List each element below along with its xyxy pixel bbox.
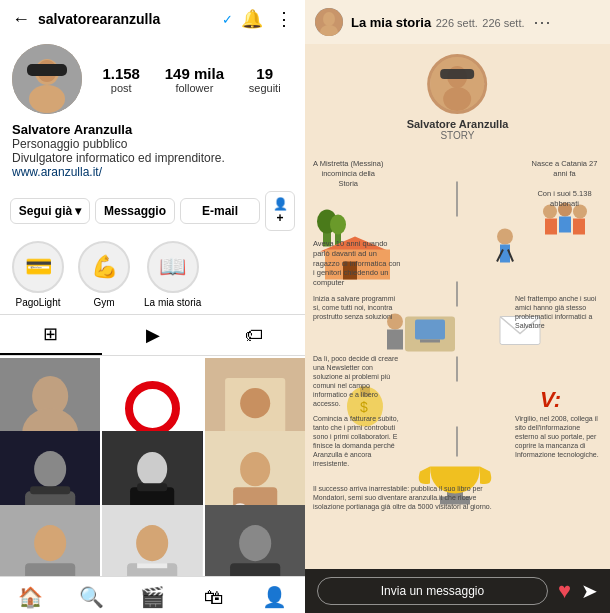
svg-point-38 [444, 87, 472, 111]
message-button[interactable]: Messaggio [95, 198, 175, 224]
left-panel: ← salvatorearanzulla ✓ 🔔 ⋮ 1.158 p [0, 0, 305, 613]
svg-point-24 [34, 525, 66, 561]
story-time-label: 226 sett. [482, 17, 524, 29]
svg-rect-39 [441, 69, 475, 79]
follow-button[interactable]: Segui già ▾ [10, 198, 90, 224]
svg-rect-55 [559, 217, 571, 233]
notification-icon[interactable]: 🔔 [241, 8, 263, 30]
person-avatar [428, 54, 488, 114]
highlight-label-pagolight: PagoLight [15, 297, 60, 308]
svg-rect-56 [573, 219, 585, 235]
bio-link[interactable]: www.aranzulla.it/ [12, 165, 293, 179]
svg-rect-4 [27, 64, 67, 76]
svg-rect-25 [25, 563, 75, 576]
more-icon[interactable]: ⋮ [275, 8, 293, 30]
nav-home[interactable]: 🏠 [0, 585, 61, 609]
story-more-icon[interactable]: ⋯ [533, 11, 551, 33]
bio-section: Salvatore Aranzulla Personaggio pubblico… [0, 122, 305, 187]
svg-rect-48 [500, 245, 510, 263]
person-add-button[interactable]: 👤+ [265, 191, 295, 231]
seguiti-label: seguiti [249, 82, 281, 94]
story-block-10: Virgilio, nel 2008, collega il sito dell… [515, 414, 605, 459]
svg-point-47 [497, 229, 513, 245]
svg-point-43 [330, 215, 346, 235]
svg-line-50 [508, 250, 513, 262]
svg-point-2 [29, 85, 65, 113]
bio-tag: Personaggio pubblico [12, 137, 293, 151]
svg-point-27 [136, 525, 168, 561]
nav-profile[interactable]: 👤 [244, 585, 305, 609]
nav-shop[interactable]: 🛍 [183, 585, 244, 609]
seguiti-value: 19 [256, 65, 273, 82]
story-infographic: Salvatore Aranzulla STORY [305, 44, 610, 569]
svg-point-20 [240, 452, 270, 486]
stat-post[interactable]: 1.158 post [102, 65, 140, 94]
red-circle [125, 381, 180, 436]
highlight-circle-storia: 📖 [147, 241, 199, 293]
story-avatar [315, 8, 343, 36]
svg-rect-14 [30, 487, 70, 495]
header-icons: 🔔 ⋮ [241, 8, 293, 30]
person-name: Salvatore Aranzulla [407, 118, 509, 130]
email-button[interactable]: E-mail [180, 198, 260, 224]
back-button[interactable]: ← [12, 9, 30, 30]
post-value: 1.158 [102, 65, 140, 82]
person-subtitle: STORY [407, 130, 509, 141]
svg-rect-58 [415, 320, 445, 340]
svg-point-34 [323, 12, 335, 26]
story-block-1: A Mistretta (Messina)incomincia dellaSto… [313, 159, 383, 188]
story-block-3: Con i suoi 5.138 abbonati [527, 189, 602, 209]
highlight-circle-gym: 💪 [78, 241, 130, 293]
story-person: Salvatore Aranzulla STORY [407, 54, 509, 141]
svg-point-31 [239, 525, 271, 561]
svg-point-41 [317, 210, 337, 234]
svg-point-16 [137, 452, 167, 486]
svg-rect-18 [137, 483, 167, 491]
svg-rect-54 [545, 219, 557, 235]
nav-reel[interactable]: 🎬 [122, 585, 183, 609]
tab-tag[interactable]: 🏷 [203, 315, 305, 355]
bottom-nav: 🏠 🔍 🎬 🛍 👤 [0, 576, 305, 613]
grid-cell-7[interactable] [0, 505, 100, 576]
svg-point-10 [240, 388, 270, 418]
post-label: post [111, 82, 132, 94]
story-time: 226 sett. [436, 17, 478, 29]
svg-text:V:: V: [540, 387, 561, 412]
stat-seguiti[interactable]: 19 seguiti [249, 65, 281, 94]
follower-label: follower [175, 82, 213, 94]
avatar [12, 44, 82, 114]
highlight-circle-pagolight: 💳 [12, 241, 64, 293]
bio-name: Salvatore Aranzulla [12, 122, 293, 137]
highlights: 💳 PagoLight 💪 Gym 📖 La mia storia [0, 235, 305, 314]
svg-rect-32 [230, 563, 280, 576]
tab-grid[interactable]: ⊞ [0, 315, 102, 355]
svg-rect-57 [405, 317, 455, 352]
story-heart-button[interactable]: ♥ [558, 578, 571, 604]
highlight-label-storia: La mia storia [144, 297, 201, 308]
bio-desc: Divulgatore informatico ed imprenditore. [12, 151, 293, 165]
highlight-pagolight[interactable]: 💳 PagoLight [12, 241, 64, 308]
action-buttons: Segui già ▾ Messaggio E-mail 👤+ [0, 187, 305, 235]
story-block-9: Comincia a fatturare subito, tanto che i… [313, 414, 403, 469]
svg-point-12 [34, 451, 66, 487]
grid-cell-8[interactable] [102, 505, 202, 576]
svg-line-49 [497, 250, 503, 262]
story-title: La mia storia [351, 15, 431, 30]
svg-rect-29 [137, 563, 167, 568]
story-send-button[interactable]: ➤ [581, 579, 598, 603]
story-block-11: Il successo arriva inarrestabile: pubbli… [313, 484, 503, 511]
story-block-5: Aveva 10 anni quando parlò davanti ad un… [313, 239, 403, 288]
highlight-storia[interactable]: 📖 La mia storia [144, 241, 201, 308]
story-content: Salvatore Aranzulla STORY [305, 44, 610, 569]
svg-rect-59 [420, 340, 440, 343]
story-block-2: Nasce a Catania 27 anni fa [527, 159, 602, 179]
avatar-face [12, 44, 82, 114]
grid-cell-9[interactable] [205, 505, 305, 576]
stat-follower[interactable]: 149 mila follower [165, 65, 224, 94]
highlight-gym[interactable]: 💪 Gym [78, 241, 130, 308]
nav-search[interactable]: 🔍 [61, 585, 122, 609]
reel-icon: ▶ [146, 324, 160, 346]
follower-value: 149 mila [165, 65, 224, 82]
story-message-button[interactable]: Invia un messaggio [317, 577, 548, 605]
tab-reel[interactable]: ▶ [102, 315, 204, 355]
